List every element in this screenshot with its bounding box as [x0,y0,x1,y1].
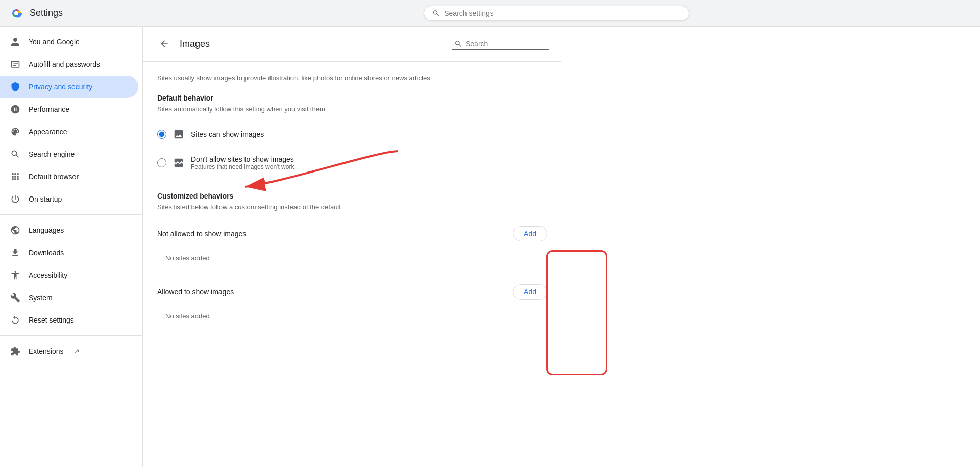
customized-behaviors-subtitle: Sites listed below follow a custom setti… [157,203,547,211]
search-icon [432,9,440,17]
reset-icon [10,315,20,325]
sidebar-label-privacy-security: Privacy and security [29,83,92,91]
sidebar-label-you-and-google: You and Google [29,38,80,46]
radio-allow-images[interactable] [157,130,166,139]
sidebar-label-appearance: Appearance [29,128,67,136]
sidebar-item-accessibility[interactable]: Accessibility [0,264,138,286]
speed-icon [10,104,20,114]
panel-description: Sites usually show images to provide ill… [157,74,547,82]
panel-title: Images [180,39,210,50]
radio-allow-label: Sites can show images [191,130,264,138]
not-allowed-add-button[interactable]: Add [513,226,547,241]
window-icon [10,171,20,182]
radio-block-sublabel: Features that need images won't work [191,163,294,170]
sidebar-item-privacy-security[interactable]: Privacy and security [0,76,138,98]
sidebar-item-autofill[interactable]: Autofill and passwords [0,53,138,76]
sidebar-label-autofill: Autofill and passwords [29,60,100,68]
power-icon [10,194,20,204]
sidebar-item-search-engine[interactable]: Search engine [0,143,138,165]
panel-search[interactable] [452,39,549,50]
images-panel: Images Sites usually show images to prov… [143,27,561,339]
default-behavior-subtitle: Sites automatically follow this setting … [157,105,547,113]
panel-search-icon [454,40,462,48]
customized-behaviors-title: Customized behaviors [157,192,547,200]
radio-option-block[interactable]: Don't allow sites to show images Feature… [157,148,547,178]
back-button[interactable] [155,35,174,53]
chrome-logo-icon [8,5,24,21]
palette-icon [10,127,20,137]
sidebar-label-search-engine: Search engine [29,150,75,158]
radio-block-images[interactable] [157,158,166,167]
sidebar-label-languages: Languages [29,226,64,234]
sidebar-item-you-and-google[interactable]: You and Google [0,31,138,53]
radio-block-label: Don't allow sites to show images [191,155,294,163]
sidebar-divider-1 [0,214,142,215]
radio-block-text-group: Don't allow sites to show images Feature… [191,155,294,170]
sidebar-label-extensions: Extensions [29,347,63,355]
shield-icon [10,82,20,92]
search-engine-icon [10,149,20,159]
sidebar-item-reset-settings[interactable]: Reset settings [0,309,138,331]
external-link-icon: ↗ [74,347,80,355]
default-behavior-title: Default behavior [157,94,547,102]
content-area: Images Sites usually show images to prov… [143,27,980,467]
not-allowed-label: Not allowed to show images [157,230,246,238]
sidebar-item-performance[interactable]: Performance [0,98,138,120]
global-search-bar[interactable] [424,6,689,21]
puzzle-icon [10,346,20,356]
allowed-label: Allowed to show images [157,288,234,296]
svg-point-1 [14,11,18,15]
image-block-icon [173,157,185,169]
not-allowed-no-sites: No sites added [157,249,547,269]
sidebar-label-performance: Performance [29,105,69,113]
image-allow-icon [173,128,185,140]
sidebar-label-system: System [29,293,53,302]
person-icon [10,37,20,47]
sidebar-label-accessibility: Accessibility [29,271,67,279]
sidebar-item-languages[interactable]: Languages [0,219,138,241]
panel-header-left: Images [155,35,210,53]
panel-body: Sites usually show images to provide ill… [143,62,561,339]
allowed-add-button[interactable]: Add [513,284,547,300]
globe-icon [10,225,20,235]
sidebar-label-default-browser: Default browser [29,173,79,181]
sidebar-item-downloads[interactable]: Downloads [0,241,138,264]
download-icon [10,248,20,258]
sidebar-label-reset-settings: Reset settings [29,316,74,324]
top-bar: Settings [0,0,980,27]
panel-header: Images [143,27,561,62]
panel-search-input[interactable] [465,40,547,48]
customized-behaviors-section: Customized behaviors Sites listed below … [157,192,547,327]
accessibility-icon [10,270,20,280]
sidebar-item-on-startup[interactable]: On startup [0,188,138,210]
badge-icon [10,59,20,69]
page-title: Settings [30,8,63,18]
default-behavior-section: Default behavior Sites automatically fol… [157,94,547,178]
logo-area: Settings [8,5,141,21]
sidebar-item-default-browser[interactable]: Default browser [0,165,138,188]
allowed-no-sites: No sites added [157,307,547,327]
allowed-row: Allowed to show images Add [157,277,547,307]
wrench-icon [10,292,20,303]
radio-option-allow[interactable]: Sites can show images [157,121,547,148]
sidebar: You and Google Autofill and passwords Pr… [0,27,143,467]
not-allowed-row: Not allowed to show images Add [157,219,547,249]
main-layout: You and Google Autofill and passwords Pr… [0,27,980,467]
sidebar-label-on-startup: On startup [29,195,62,203]
sidebar-label-downloads: Downloads [29,249,64,257]
sidebar-item-extensions[interactable]: Extensions ↗ [0,340,138,362]
search-bar-wrap [141,6,972,21]
global-search-input[interactable] [444,9,680,17]
sidebar-divider-2 [0,335,142,336]
sidebar-item-system[interactable]: System [0,286,138,309]
sidebar-item-appearance[interactable]: Appearance [0,120,138,143]
